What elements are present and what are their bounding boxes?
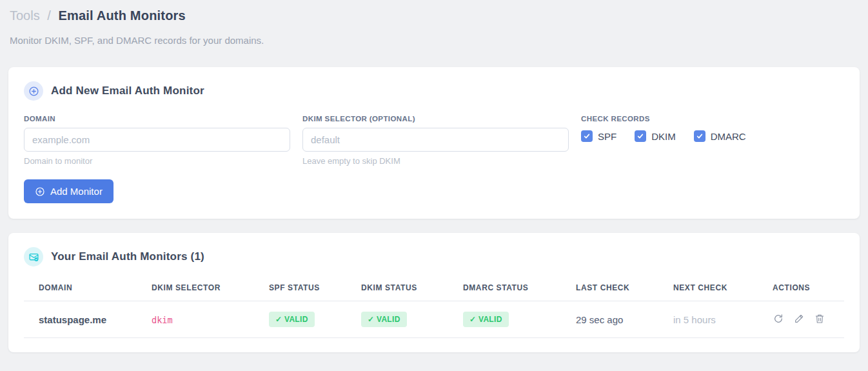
spf-status-badge: ✓ VALID bbox=[269, 312, 315, 327]
monitor-actions bbox=[758, 301, 844, 338]
monitors-card: Your Email Auth Monitors (1) DOMAIN DKIM… bbox=[8, 233, 860, 352]
column-header-dkim-selector: DKIM SELECTOR bbox=[137, 277, 254, 301]
delete-icon[interactable] bbox=[814, 313, 825, 325]
dkim-selector-field-helper: Leave empty to skip DKIM bbox=[302, 156, 569, 166]
dkim-selector-field-group: DKIM SELECTOR (OPTIONAL) Leave empty to … bbox=[302, 115, 569, 166]
check-records-row: SPF DKIM bbox=[581, 130, 844, 142]
table-row: statuspage.me dkim ✓ VALID ✓ VALID ✓ VAL… bbox=[24, 301, 844, 338]
column-header-last-check: LAST CHECK bbox=[561, 277, 658, 301]
checkbox-dkim-label: DKIM bbox=[651, 131, 676, 142]
table-header-row: DOMAIN DKIM SELECTOR SPF STATUS DKIM STA… bbox=[24, 277, 844, 301]
monitors-card-title: Your Email Auth Monitors (1) bbox=[51, 250, 204, 263]
breadcrumb-tools-link[interactable]: Tools bbox=[10, 8, 40, 23]
email-check-icon bbox=[24, 247, 43, 266]
plus-circle-icon bbox=[35, 186, 45, 197]
column-header-next-check: NEXT CHECK bbox=[658, 277, 758, 301]
refresh-icon[interactable] bbox=[773, 313, 784, 325]
add-monitor-card-header: Add New Email Auth Monitor bbox=[24, 81, 844, 101]
breadcrumb-separator: / bbox=[47, 8, 51, 23]
checkbox-dkim[interactable]: DKIM bbox=[635, 130, 676, 142]
dmarc-status-badge: ✓ VALID bbox=[463, 312, 509, 327]
dkim-selector-input[interactable] bbox=[302, 128, 569, 152]
monitor-dkim-selector: dkim bbox=[152, 315, 173, 325]
column-header-actions: ACTIONS bbox=[758, 277, 844, 301]
page-title: Email Auth Monitors bbox=[58, 8, 186, 23]
add-monitor-form: DOMAIN Domain to monitor DKIM SELECTOR (… bbox=[24, 115, 844, 166]
domain-field-group: DOMAIN Domain to monitor bbox=[24, 115, 290, 166]
add-monitor-card: Add New Email Auth Monitor DOMAIN Domain… bbox=[8, 67, 860, 219]
plus-circle-icon bbox=[24, 81, 43, 101]
check-icon bbox=[636, 132, 644, 140]
monitor-next-check: in 5 hours bbox=[658, 301, 758, 338]
add-monitor-button-label: Add Monitor bbox=[50, 186, 103, 197]
domain-input[interactable] bbox=[24, 128, 290, 152]
monitor-domain: statuspage.me bbox=[24, 301, 137, 338]
page-subtitle: Monitor DKIM, SPF, and DMARC records for… bbox=[10, 35, 858, 46]
checkbox-checked-icon bbox=[694, 130, 705, 142]
dkim-selector-field-label: DKIM SELECTOR (OPTIONAL) bbox=[302, 115, 569, 123]
email-auth-monitors-page: Tools / Email Auth Monitors Monitor DKIM… bbox=[0, 0, 868, 352]
checkbox-spf[interactable]: SPF bbox=[581, 130, 616, 142]
add-monitor-card-title: Add New Email Auth Monitor bbox=[51, 85, 204, 97]
checkbox-checked-icon bbox=[581, 130, 593, 142]
dkim-status-badge: ✓ VALID bbox=[361, 312, 407, 327]
monitors-card-header: Your Email Auth Monitors (1) bbox=[24, 247, 844, 266]
checkbox-checked-icon bbox=[635, 130, 646, 142]
column-header-dmarc-status: DMARC STATUS bbox=[448, 277, 561, 301]
breadcrumb: Tools / Email Auth Monitors bbox=[10, 6, 858, 25]
checkbox-dmarc[interactable]: DMARC bbox=[694, 130, 746, 142]
monitor-last-check: 29 sec ago bbox=[561, 301, 658, 338]
checkbox-dmarc-label: DMARC bbox=[711, 131, 746, 142]
checkbox-spf-label: SPF bbox=[598, 131, 616, 142]
add-monitor-button[interactable]: Add Monitor bbox=[24, 179, 113, 203]
column-header-dkim-status: DKIM STATUS bbox=[346, 277, 448, 301]
domain-field-helper: Domain to monitor bbox=[24, 156, 290, 166]
check-records-label: CHECK RECORDS bbox=[581, 115, 844, 123]
check-icon bbox=[696, 132, 704, 140]
page-header: Tools / Email Auth Monitors Monitor DKIM… bbox=[8, 0, 860, 46]
monitors-table: DOMAIN DKIM SELECTOR SPF STATUS DKIM STA… bbox=[24, 277, 844, 338]
column-header-domain: DOMAIN bbox=[24, 277, 137, 301]
edit-icon[interactable] bbox=[793, 313, 805, 325]
check-records-group: CHECK RECORDS SPF bbox=[581, 115, 844, 166]
check-icon bbox=[583, 132, 591, 140]
domain-field-label: DOMAIN bbox=[24, 115, 290, 123]
column-header-spf-status: SPF STATUS bbox=[254, 277, 346, 301]
